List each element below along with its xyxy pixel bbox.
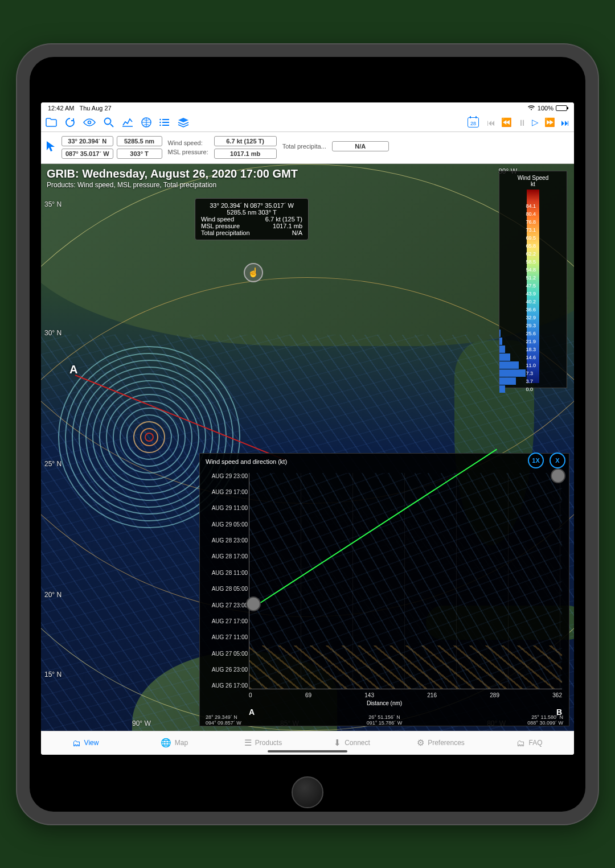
calendar-icon[interactable]: 28 <box>468 117 479 127</box>
svg-point-1 <box>105 118 111 125</box>
skip-end-icon[interactable]: ⏭ <box>561 118 569 127</box>
map-tooltip: 33° 20.394´ N 087° 35.017´ W 5285.5 nm 3… <box>195 198 309 240</box>
wind-speed-label: Wind speed: <box>166 139 211 146</box>
tab-faq[interactable]: 🗂FAQ <box>485 731 574 755</box>
pause-icon[interactable]: ⏸ <box>518 118 526 127</box>
tooltip-row-key: Total precipitation <box>201 229 250 236</box>
skip-start-icon[interactable]: ⏮ <box>487 118 495 127</box>
svg-point-5 <box>159 125 161 126</box>
play-icon[interactable]: ▷ <box>532 117 539 127</box>
tab-icon: ☰ <box>244 738 252 748</box>
svg-point-3 <box>159 119 161 121</box>
tab-view[interactable]: 🗂View <box>41 731 130 755</box>
wind-speed-legend: Wind Speed kt 84.180.47 <box>499 171 567 388</box>
speed-button[interactable]: 1X <box>528 452 544 468</box>
list-icon[interactable] <box>159 118 170 126</box>
toolbar: 28 ⏮ ⏪ ⏸ ▷ ⏩ ⏭ <box>41 114 574 132</box>
fast-forward-icon[interactable]: ⏩ <box>544 117 555 127</box>
ipad-bezel: 12:42 AM Thu Aug 27 100% <box>30 57 585 812</box>
tooltip-row-key: Wind speed <box>201 216 234 223</box>
tab-icon: 🌐 <box>161 738 171 748</box>
calendar-date-text: 28 <box>470 121 476 126</box>
eye-icon[interactable] <box>83 118 96 126</box>
rewind-icon[interactable]: ⏪ <box>501 117 512 127</box>
lat-label: 15° N <box>44 670 62 678</box>
legend-ticks: 84.180.476.873.169.565.862.258.554.851.2… <box>526 202 536 393</box>
tab-icon: ⚙ <box>417 738 424 748</box>
meteogram-plot[interactable] <box>249 473 562 689</box>
home-button[interactable] <box>292 776 323 808</box>
tab-icon: 🗂 <box>516 738 525 748</box>
tab-icon: ⬇ <box>334 738 341 748</box>
map-subtitle: Products: Wind speed, MSL pressure, Tota… <box>47 181 216 189</box>
coord-b-lat: 25° 11.580´ N <box>531 714 563 720</box>
touch-indicator-icon: ☝ <box>244 263 263 282</box>
map-title: GRIB: Wednesday, August 26, 2020 17:00 G… <box>47 167 298 180</box>
bearing-value[interactable]: 303° T <box>117 149 162 159</box>
section-point-a[interactable]: A <box>69 363 77 376</box>
lon-value[interactable]: 087° 35.017´ W <box>62 149 113 159</box>
tab-label: Preferences <box>428 739 465 747</box>
home-indicator[interactable] <box>268 750 347 752</box>
meteogram-x-labels: 069143216289362 <box>249 692 562 698</box>
meteogram-title: Wind speed and direction (kt) <box>206 458 563 465</box>
msl-value[interactable]: 1017.1 mb <box>214 149 277 159</box>
tab-label: Products <box>255 739 282 747</box>
wifi-icon <box>527 105 535 112</box>
legend-unit: kt <box>503 181 563 187</box>
folder-icon[interactable] <box>46 118 57 127</box>
tooltip-row-key: MSL pressure <box>201 223 240 229</box>
wind-speed-value[interactable]: 6.7 kt (125 T) <box>214 136 277 146</box>
tab-map[interactable]: 🌐Map <box>130 731 219 755</box>
meteogram-panel[interactable]: 1X X Wind speed and direction (kt) AUG 2… <box>199 453 569 726</box>
meteogram-x-title: Distance (nm) <box>200 700 569 706</box>
close-button[interactable]: X <box>550 452 565 468</box>
coord-a-lat: 28° 29.349´ N <box>206 714 237 720</box>
tab-label: View <box>84 739 99 747</box>
tooltip-row-val: 6.7 kt (125 T) <box>265 216 302 223</box>
map-view[interactable]: A GRIB: Wednesday, August 26, 2020 17:00… <box>41 164 574 731</box>
meteogram-y-labels: AUG 29 23:00AUG 29 17:00AUG 29 11:00AUG … <box>202 473 248 689</box>
cursor-icon[interactable] <box>46 140 56 155</box>
ipad-frame: 12:42 AM Thu Aug 27 100% <box>17 44 598 824</box>
layers-icon[interactable] <box>178 117 189 127</box>
tab-label: Map <box>175 739 188 747</box>
data-row: 33° 20.394´ N 087° 35.017´ W 5285.5 nm 3… <box>41 132 574 164</box>
status-right: 100% <box>527 105 567 112</box>
chart-icon[interactable] <box>122 118 133 127</box>
legend-histogram <box>499 202 527 393</box>
tooltip-distbrg: 5285.5 nm 303° T <box>201 209 302 216</box>
status-bar: 12:42 AM Thu Aug 27 100% <box>41 102 574 114</box>
date-text: Thu Aug 27 <box>79 105 111 112</box>
msl-label: MSL pressure: <box>166 149 211 155</box>
svg-point-4 <box>159 122 161 124</box>
tab-icon: 🗂 <box>72 738 81 748</box>
tooltip-row-val: N/A <box>292 229 302 236</box>
meteogram-coords: 28° 29.349´ N 094° 09.857´ W 26° 51.156´… <box>200 714 569 726</box>
globe-icon[interactable] <box>141 117 151 127</box>
coord-b-lon: 088° 30.099´ W <box>527 720 563 726</box>
lat-label: 25° N <box>44 460 62 468</box>
lat-label: 30° N <box>44 329 62 337</box>
refresh-icon[interactable] <box>65 117 75 127</box>
distance-value[interactable]: 5285.5 nm <box>117 136 162 146</box>
tooltip-row-val: 1017.1 mb <box>273 223 302 229</box>
search-icon[interactable] <box>104 117 114 127</box>
lat-value[interactable]: 33° 20.394´ N <box>62 136 113 146</box>
clock-text: 12:42 AM <box>48 105 74 112</box>
battery-icon <box>556 105 567 111</box>
tab-preferences[interactable]: ⚙Preferences <box>396 731 485 755</box>
meteogram-barbs-warm <box>249 645 562 689</box>
tooltip-coord: 33° 20.394´ N 087° 35.017´ W <box>201 202 302 209</box>
coord-a-lon: 094° 09.857´ W <box>206 720 241 726</box>
lat-label: 20° N <box>44 591 62 599</box>
battery-text: 100% <box>538 105 554 112</box>
lat-label: 35° N <box>44 200 62 208</box>
screen: 12:42 AM Thu Aug 27 100% <box>41 102 574 755</box>
coord-mid-lat: 26° 51.156´ N <box>368 714 400 720</box>
svg-point-0 <box>88 121 91 124</box>
coord-mid-lon: 091° 15.786´ W <box>367 720 403 726</box>
tab-label: Connect <box>345 739 370 747</box>
precip-value[interactable]: N/A <box>332 141 389 151</box>
lon-label: 90° W <box>132 719 151 727</box>
